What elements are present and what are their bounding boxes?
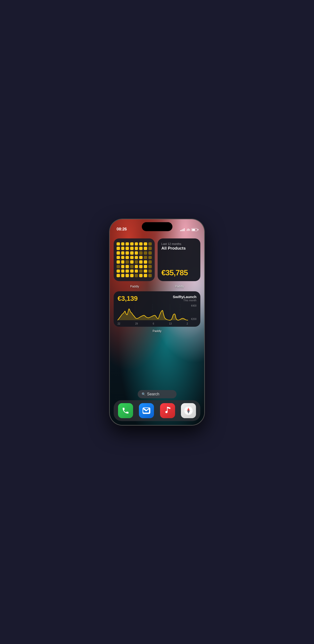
chart-area: €400 €200 22 29 6 13 2 [118, 304, 196, 324]
dot-cell [130, 265, 134, 268]
dot-cell [130, 270, 134, 273]
dock [114, 400, 200, 421]
dot-cell [130, 242, 134, 246]
chart-x-label-2: 2 [186, 322, 188, 325]
signal-icon [180, 228, 185, 231]
dot-cell [135, 270, 138, 273]
dot-cell [121, 260, 125, 264]
widgets-row-1: Last 12 months All Products €35,785 [114, 238, 200, 281]
paddly-dots-label: Paddly [130, 285, 139, 288]
phone-frame: 08:26 [109, 219, 205, 426]
chart-app-name: SwiftyLaunch [173, 295, 196, 299]
dot-cell [148, 270, 152, 273]
paddly-revenue-label: Paddly [175, 285, 184, 288]
dot-cell [121, 251, 125, 255]
dot-cell [126, 256, 129, 259]
chart-value: €3,139 [118, 295, 138, 302]
search-label: Search [147, 392, 160, 396]
dot-cell [126, 247, 129, 250]
dot-cell [148, 251, 152, 255]
dot-cell [135, 265, 138, 268]
chart-x-labels: 22 29 6 13 2 [118, 322, 196, 325]
dot-cell [135, 256, 138, 259]
dot-cell [121, 247, 125, 250]
paddly-chart-widget[interactable]: €3,139 SwiftyLaunch This month [114, 291, 200, 327]
dot-cell [126, 242, 129, 246]
revenue-title: All Products [161, 246, 197, 251]
dot-cell [117, 265, 120, 268]
wifi-icon [186, 228, 190, 232]
chart-y-label-200: €200 [191, 318, 196, 320]
dot-cell [144, 265, 147, 268]
paddly-revenue-widget[interactable]: Last 12 months All Products €35,785 [158, 238, 201, 281]
dot-cell [121, 242, 125, 246]
dot-cell [144, 270, 147, 273]
dot-cell [126, 260, 129, 264]
dot-cell [139, 270, 143, 273]
dock-safari-icon[interactable] [181, 403, 196, 418]
dot-cell [139, 265, 143, 268]
status-time: 08:26 [117, 227, 127, 232]
dot-cell [144, 247, 147, 250]
search-icon: 🔍 [142, 392, 146, 396]
dot-cell [126, 274, 129, 277]
paddly-chart-label: Paddly [153, 330, 161, 333]
dock-mail-icon[interactable] [139, 403, 154, 418]
chart-x-label-13: 13 [169, 322, 172, 325]
dot-cell [139, 260, 143, 264]
dot-cell [117, 242, 120, 246]
dot-cell [117, 270, 120, 273]
dynamic-island [142, 222, 172, 231]
dot-cell [117, 256, 120, 259]
dot-cell [121, 265, 125, 268]
dot-cell [135, 274, 138, 277]
dock-phone-icon[interactable] [118, 403, 133, 418]
dot-cell [148, 260, 152, 264]
chart-y-label-400: €400 [191, 304, 196, 307]
dot-cell [117, 274, 120, 277]
chart-x-label-22: 22 [118, 322, 120, 325]
dot-cell [135, 247, 138, 250]
svg-point-10 [188, 410, 189, 411]
revenue-subtitle: Last 12 months [161, 242, 197, 246]
chart-period: This month [173, 299, 196, 302]
dot-cell [148, 265, 152, 268]
dot-grid [117, 242, 152, 278]
dot-cell [139, 242, 143, 246]
dot-cell [144, 251, 147, 255]
dot-cell [130, 260, 134, 264]
dot-cell [130, 247, 134, 250]
chart-x-label-29: 29 [135, 322, 138, 325]
dot-cell [144, 256, 147, 259]
paddly-dot-widget[interactable] [114, 238, 155, 281]
status-icons [180, 228, 197, 232]
dot-cell [148, 256, 152, 259]
dot-cell [121, 256, 125, 259]
dot-cell [130, 274, 134, 277]
dot-cell [148, 242, 152, 246]
dot-cell [117, 251, 120, 255]
revenue-value: €35,785 [161, 268, 197, 277]
dot-cell [135, 242, 138, 246]
dot-cell [126, 270, 129, 273]
dot-cell [117, 247, 120, 250]
chart-y-labels: €400 €200 [191, 304, 196, 320]
chart-x-label-6: 6 [153, 322, 154, 325]
dot-cell [121, 270, 125, 273]
dot-cell [144, 260, 147, 264]
dock-music-icon[interactable] [160, 403, 175, 418]
dot-cell [139, 251, 143, 255]
dot-cell [126, 265, 129, 268]
dot-cell [117, 260, 120, 264]
dot-cell [148, 247, 152, 250]
widget-labels-row: Paddly Paddly [114, 284, 200, 288]
chart-header: €3,139 SwiftyLaunch This month [118, 295, 196, 302]
search-bar[interactable]: 🔍 Search [138, 390, 177, 398]
dot-cell [139, 247, 143, 250]
dot-cell [135, 251, 138, 255]
dot-cell [130, 251, 134, 255]
dot-cell [148, 274, 152, 277]
dot-cell [139, 256, 143, 259]
dot-cell [144, 274, 147, 277]
dot-cell [135, 260, 138, 264]
